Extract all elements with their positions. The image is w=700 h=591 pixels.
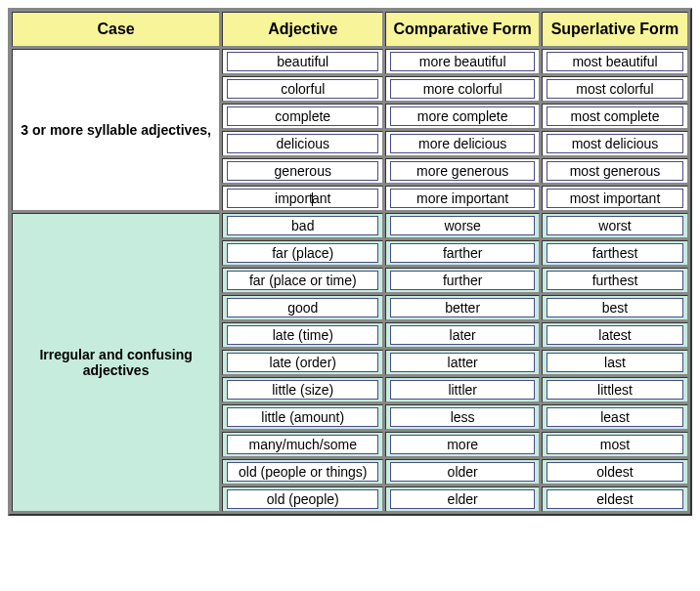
adj-cell: important <box>227 189 378 208</box>
header-superlative: Superlative Form <box>542 12 688 47</box>
adj-cell: old (people) <box>227 489 378 509</box>
header-adjective: Adjective <box>222 12 383 47</box>
comp-cell: more <box>390 435 535 454</box>
case-label: Irregular and confusing adjectives <box>12 213 220 512</box>
sup-cell: furthest <box>547 271 683 290</box>
adj-cell: bad <box>227 216 378 235</box>
text-caret <box>312 192 313 206</box>
comp-cell: further <box>390 271 535 290</box>
adj-cell: far (place) <box>227 243 378 263</box>
comp-cell: better <box>390 298 535 317</box>
comp-cell: littler <box>390 380 535 400</box>
sup-cell: worst <box>547 216 683 235</box>
sup-cell: most colorful <box>547 79 683 99</box>
comp-cell: less <box>390 407 535 427</box>
comp-cell: more important <box>390 189 535 208</box>
adjective-forms-table: CaseAdjectiveComparative FormSuperlative… <box>8 8 692 516</box>
case-label: 3 or more syllable adjectives, <box>12 49 220 211</box>
sup-cell: last <box>547 353 683 372</box>
sup-cell: farthest <box>547 243 683 263</box>
adj-cell: late (order) <box>227 353 378 372</box>
adj-cell: little (amount) <box>227 407 378 427</box>
sup-cell: most <box>547 435 683 454</box>
adj-cell: many/much/some <box>227 435 378 454</box>
sup-cell: most complete <box>547 106 683 126</box>
comp-cell: more colorful <box>390 79 535 99</box>
sup-cell: eldest <box>547 489 683 509</box>
table-row: 3 or more syllable adjectives,beautifulm… <box>12 49 688 74</box>
comp-cell: elder <box>390 489 535 509</box>
adj-cell: old (people or things) <box>227 462 378 482</box>
comp-cell: more complete <box>390 106 535 126</box>
adj-cell: colorful <box>227 79 378 99</box>
comp-cell: more delicious <box>390 134 535 153</box>
comp-cell: more generous <box>390 161 535 181</box>
adj-cell: generous <box>227 161 378 181</box>
comp-cell: farther <box>390 243 535 263</box>
adj-cell: beautiful <box>227 52 378 71</box>
header-case: Case <box>12 12 220 47</box>
adj-cell: far (place or time) <box>227 271 378 290</box>
adj-cell: good <box>227 298 378 317</box>
comp-cell: more beautiful <box>390 52 535 71</box>
comp-cell: older <box>390 462 535 482</box>
adj-cell: late (time) <box>227 325 378 345</box>
sup-cell: oldest <box>547 462 683 482</box>
sup-cell: most important <box>547 189 683 208</box>
header-comparative: Comparative Form <box>385 12 540 47</box>
comp-cell: latter <box>390 353 535 372</box>
adj-cell: little (size) <box>227 380 378 400</box>
sup-cell: most generous <box>547 161 683 181</box>
sup-cell: most beautiful <box>547 52 683 71</box>
sup-cell: most delicious <box>547 134 683 153</box>
sup-cell: least <box>547 407 683 427</box>
comp-cell: worse <box>390 216 535 235</box>
comp-cell: later <box>390 325 535 345</box>
table-row: Irregular and confusing adjectivesbadwor… <box>12 213 688 238</box>
adj-cell: complete <box>227 106 378 126</box>
sup-cell: best <box>547 298 683 317</box>
sup-cell: latest <box>547 325 683 345</box>
sup-cell: littlest <box>547 380 683 400</box>
adj-cell: delicious <box>227 134 378 153</box>
